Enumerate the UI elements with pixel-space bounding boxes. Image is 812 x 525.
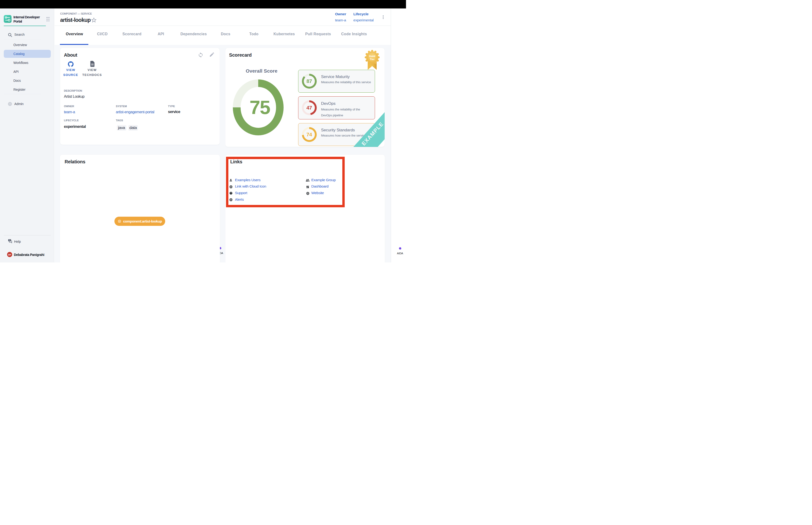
svg-text:?: ? [9,239,10,241]
svg-text:Gold: Gold [369,55,375,58]
svg-text:Tier: Tier [370,58,375,61]
